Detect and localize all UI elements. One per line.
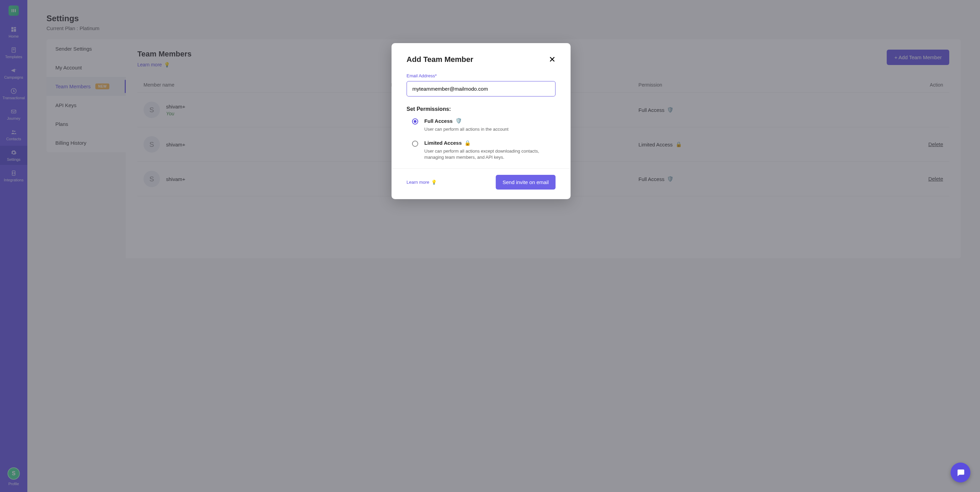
radio-desc: User can perform all actions in the acco… [425, 126, 509, 133]
add-team-member-modal: Add Team Member ✕ Email Address* Set Per… [391, 43, 571, 199]
chat-icon [956, 468, 965, 477]
modal-learn-more[interactable]: Learn more 💡 [407, 180, 437, 185]
radio-full-access[interactable]: Full Access 🛡️ User can perform all acti… [412, 118, 555, 133]
shield-icon: 🛡️ [455, 118, 462, 124]
lock-icon: 🔒 [465, 140, 471, 146]
chat-fab[interactable] [951, 463, 970, 482]
email-label: Email Address* [407, 73, 555, 78]
modal-title: Add Team Member [407, 55, 473, 64]
radio-indicator [412, 141, 418, 147]
close-icon[interactable]: ✕ [549, 55, 555, 64]
permissions-group: Full Access 🛡️ User can perform all acti… [407, 118, 555, 161]
email-field[interactable] [407, 81, 555, 96]
radio-desc: User can perform all actions except down… [425, 148, 541, 160]
radio-limited-access[interactable]: Limited Access 🔒 User can perform all ac… [412, 140, 555, 161]
radio-indicator [412, 118, 418, 125]
permissions-title: Set Permissions: [407, 106, 555, 112]
lightbulb-icon: 💡 [431, 180, 437, 185]
send-invite-button[interactable]: Send invite on email [496, 175, 555, 190]
